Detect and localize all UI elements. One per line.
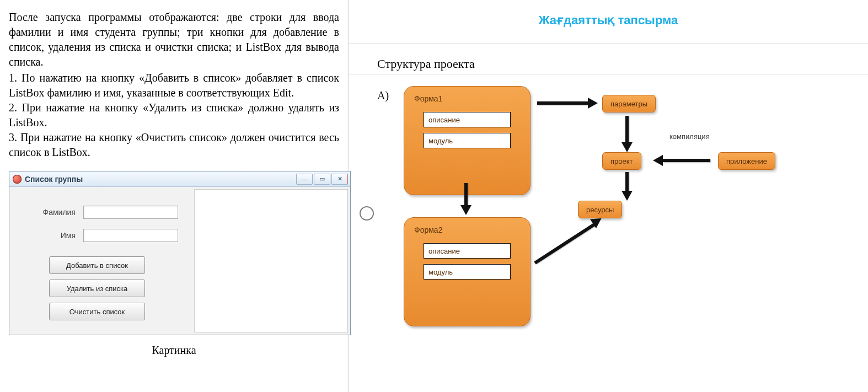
app-window-mock: Список группы — ▭ ✕ Фамилия Имя (9, 171, 351, 335)
close-icon: ✕ (331, 174, 348, 185)
form1-title: Форма1 (404, 92, 530, 109)
form2-module: модуль (424, 264, 511, 280)
box-parameters: параметры (602, 95, 656, 112)
minimize-icon: — (296, 174, 313, 185)
titlebar: Список группы — ▭ ✕ (9, 171, 350, 187)
name-label: Имя (9, 231, 83, 240)
window-title: Список группы (25, 175, 83, 184)
form2-desc: описание (424, 243, 511, 259)
listbox (194, 189, 348, 332)
arrowhead-icon (653, 155, 663, 166)
option-a-label: А) (377, 89, 389, 102)
arrow-icon (464, 183, 468, 205)
option-a-radio[interactable] (360, 206, 374, 221)
box-project: проект (602, 152, 641, 170)
name-input (83, 229, 178, 242)
arrowhead-icon (621, 191, 633, 201)
task-step-3: 3. При нажатие на кнопку «Очистить списо… (9, 130, 339, 160)
form1-module: модуль (424, 133, 511, 148)
task-intro: После запуска программы отображаются: дв… (9, 10, 339, 69)
task-header: Жағдаяттық тапсырма (349, 0, 868, 44)
clear-button: Очистить список (49, 303, 145, 320)
answer-right-pane: Жағдаяттық тапсырма Структура проекта А)… (349, 0, 868, 392)
arrowhead-icon (588, 98, 598, 109)
task-description-block: После запуска программы отображаются: дв… (9, 10, 339, 160)
arrowhead-icon (460, 205, 471, 215)
form1-box: Форма1 описание модуль (404, 86, 531, 195)
arrow-icon (534, 223, 596, 265)
task-step-2: 2. При нажатие на кнопку «Удалить из спи… (9, 100, 339, 130)
surname-input (83, 206, 178, 219)
form2-box: Форма2 описание модуль (404, 217, 531, 326)
diagram: А) Форма1 описание модуль Форма2 описани… (349, 74, 868, 345)
arrow-icon (537, 101, 588, 105)
question-left-pane: После запуска программы отображаются: дв… (0, 0, 349, 392)
form1-desc: описание (424, 112, 511, 127)
surname-label: Фамилия (9, 208, 83, 217)
app-icon (13, 175, 22, 184)
arrowhead-icon (621, 142, 633, 152)
arrow-icon (625, 172, 629, 191)
label-compilation: компиляция (669, 132, 710, 141)
maximize-icon: ▭ (314, 174, 330, 185)
delete-button: Удалить из списка (49, 280, 145, 297)
box-application: приложение (718, 152, 775, 170)
image-caption: Картинка (9, 344, 339, 357)
arrow-icon (663, 159, 710, 162)
add-button: Добавить в список (49, 256, 145, 274)
arrow-icon (625, 116, 629, 142)
task-step-1: 1. По нажатию на кнопку «Добавить в спис… (9, 71, 339, 100)
form2-title: Форма2 (404, 223, 530, 240)
box-resources: ресурсы (578, 201, 622, 218)
diagram-title: Структура проекта (349, 44, 868, 71)
